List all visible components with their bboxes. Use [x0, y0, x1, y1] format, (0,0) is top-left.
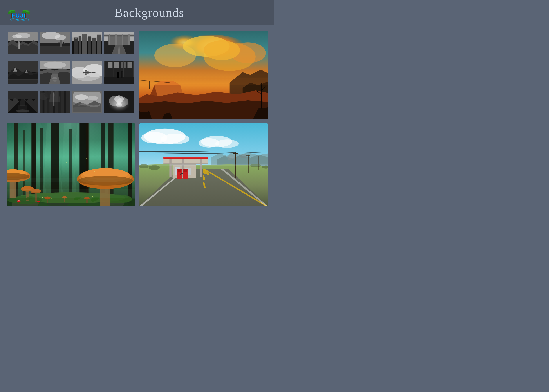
svg-rect-23 — [58, 42, 62, 43]
svg-rect-56 — [8, 79, 38, 80]
svg-point-176 — [51, 198, 52, 198]
svg-rect-55 — [8, 79, 38, 84]
svg-point-133 — [204, 40, 240, 60]
svg-rect-251 — [200, 159, 202, 177]
svg-point-120 — [114, 95, 124, 103]
svg-rect-21 — [40, 46, 69, 54]
svg-point-112 — [75, 94, 88, 100]
svg-rect-253 — [177, 169, 182, 170]
svg-rect-149 — [139, 77, 268, 85]
thumbnail-city-skyline[interactable] — [72, 32, 102, 54]
svg-point-207 — [37, 201, 40, 202]
svg-marker-95 — [20, 99, 26, 106]
svg-rect-32 — [82, 34, 87, 55]
svg-rect-76 — [108, 62, 112, 68]
thumbnail-road-perspective[interactable] — [104, 32, 134, 54]
svg-marker-14 — [8, 43, 38, 54]
thumbnail-explosion-smoke[interactable] — [104, 91, 134, 113]
thumbnail-river-valley[interactable] — [40, 61, 69, 84]
svg-rect-34 — [92, 38, 96, 54]
thumbnail-grid — [7, 31, 135, 119]
svg-rect-256 — [183, 169, 188, 170]
svg-rect-261 — [246, 155, 250, 156]
svg-rect-36 — [75, 38, 75, 39]
thumbnail-forest-waterfall[interactable] — [40, 91, 69, 113]
svg-rect-263 — [139, 164, 268, 166]
svg-rect-79 — [127, 62, 132, 68]
svg-rect-31 — [78, 35, 81, 54]
svg-rect-209 — [7, 189, 135, 198]
svg-point-26 — [63, 42, 64, 44]
svg-point-63 — [52, 77, 58, 79]
svg-rect-35 — [97, 35, 101, 54]
svg-rect-210 — [7, 178, 135, 182]
svg-rect-16 — [19, 42, 20, 49]
svg-point-123 — [124, 97, 125, 98]
svg-rect-90 — [8, 91, 38, 99]
svg-point-59 — [43, 62, 66, 69]
svg-point-208 — [38, 201, 38, 201]
svg-marker-107 — [49, 91, 60, 102]
svg-point-122 — [113, 98, 114, 99]
svg-rect-41 — [108, 35, 130, 45]
logo-area: FUJI — [7, 3, 31, 22]
svg-point-125 — [126, 99, 127, 101]
thumbnail-mountains[interactable] — [8, 61, 38, 84]
svg-rect-262 — [258, 156, 259, 170]
svg-rect-84 — [104, 77, 134, 84]
svg-rect-43 — [109, 34, 110, 45]
page-title: Backgrounds — [114, 6, 184, 20]
svg-rect-85 — [117, 73, 118, 78]
svg-point-218 — [161, 134, 189, 144]
svg-rect-73 — [91, 72, 95, 73]
fuji-logo-icon: FUJI — [8, 4, 30, 21]
svg-point-205 — [19, 200, 20, 201]
thumbnail-industrial-interior[interactable] — [104, 61, 134, 84]
svg-point-211 — [66, 162, 67, 163]
main-content — [0, 25, 275, 212]
svg-point-113 — [87, 96, 98, 100]
svg-point-214 — [94, 171, 95, 172]
svg-rect-87 — [121, 72, 122, 78]
svg-point-212 — [86, 158, 87, 159]
svg-point-213 — [40, 167, 41, 167]
thumbnail-canyon-valley[interactable] — [8, 91, 38, 113]
svg-rect-249 — [169, 159, 171, 177]
svg-rect-102 — [64, 91, 66, 113]
header-title-area: Backgrounds — [31, 6, 268, 20]
svg-rect-46 — [128, 34, 130, 45]
svg-point-12 — [12, 35, 22, 38]
thumbnail-canyon-waterfall[interactable] — [8, 32, 38, 54]
svg-marker-140 — [139, 100, 268, 119]
svg-point-20 — [55, 35, 66, 40]
svg-rect-144 — [261, 83, 262, 108]
thumbnail-airplane-view[interactable] — [72, 91, 102, 113]
svg-rect-247 — [163, 157, 208, 158]
header: FUJI Backgrounds — [0, 0, 275, 25]
thumbnail-cactus-landscape[interactable] — [40, 32, 69, 54]
svg-point-64 — [52, 80, 57, 82]
svg-point-121 — [116, 103, 122, 107]
svg-rect-44 — [115, 34, 117, 45]
svg-point-124 — [111, 101, 112, 101]
svg-rect-257 — [183, 170, 187, 172]
svg-rect-38 — [83, 35, 84, 35]
svg-point-86 — [117, 72, 119, 74]
svg-rect-37 — [76, 38, 77, 39]
featured-forest-painting — [7, 123, 135, 206]
svg-point-204 — [18, 200, 19, 201]
svg-rect-77 — [114, 62, 119, 68]
featured-gasstation-painting — [139, 123, 268, 206]
featured-desert-painting — [139, 31, 268, 119]
svg-rect-45 — [122, 34, 123, 45]
svg-rect-25 — [63, 43, 64, 46]
svg-text:FUJI: FUJI — [12, 12, 26, 19]
svg-point-88 — [121, 71, 123, 73]
svg-point-203 — [17, 200, 21, 202]
svg-rect-22 — [60, 40, 62, 47]
svg-point-221 — [215, 140, 239, 148]
thumbnail-airplane-clouds[interactable] — [72, 61, 102, 84]
svg-point-94 — [16, 109, 29, 112]
svg-rect-30 — [74, 38, 77, 55]
svg-rect-33 — [88, 36, 91, 54]
